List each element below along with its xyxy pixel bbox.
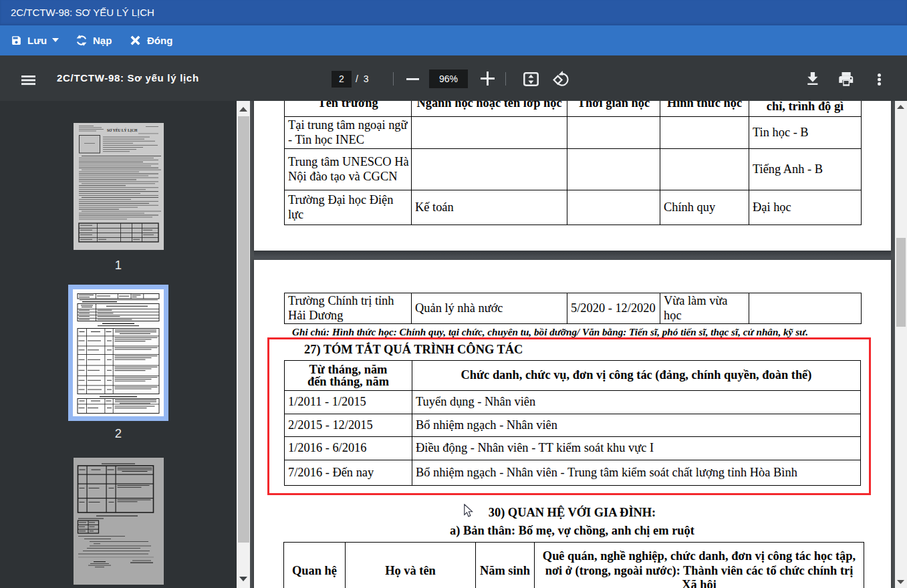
- svg-text:SƠ YẾU LÝ LỊCH: SƠ YẾU LÝ LỊCH: [107, 128, 138, 132]
